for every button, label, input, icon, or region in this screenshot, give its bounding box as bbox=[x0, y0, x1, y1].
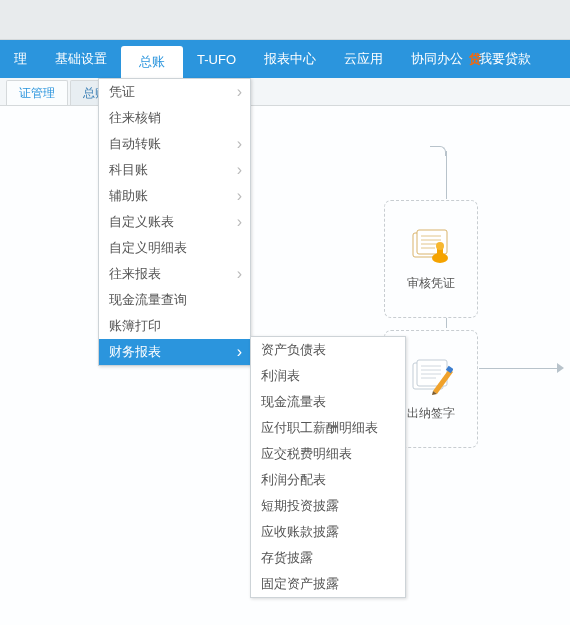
sm-fixed-asset-disclosure[interactable]: 固定资产披露 bbox=[251, 571, 405, 597]
stamp-icon bbox=[409, 227, 453, 267]
sm-short-investment[interactable]: 短期投资披露 bbox=[251, 493, 405, 519]
menu-item-general-ledger[interactable]: 总账 bbox=[121, 46, 183, 78]
arrow-icon bbox=[557, 363, 564, 373]
financial-reports-submenu: 资产负债表 利润表 现金流量表 应付职工薪酬明细表 应交税费明细表 利润分配表 … bbox=[250, 336, 406, 598]
menu-item-report-center[interactable]: 报表中心 bbox=[250, 40, 330, 78]
svg-point-8 bbox=[436, 242, 444, 250]
sm-tax-detail[interactable]: 应交税费明细表 bbox=[251, 441, 405, 467]
menu-item-cloud-app[interactable]: 云应用 bbox=[330, 40, 397, 78]
dd-item-book-print[interactable]: 账簿打印 bbox=[99, 313, 250, 339]
sm-profit-distribution[interactable]: 利润分配表 bbox=[251, 467, 405, 493]
sm-balance-sheet[interactable]: 资产负债表 bbox=[251, 337, 405, 363]
flow-connector bbox=[446, 151, 447, 199]
flow-connector bbox=[446, 318, 447, 328]
flow-node-audit-voucher[interactable]: 审核凭证 bbox=[384, 200, 478, 318]
sm-income-statement[interactable]: 利润表 bbox=[251, 363, 405, 389]
flow-connector bbox=[479, 368, 559, 369]
dd-item-aux-ledger[interactable]: 辅助账 bbox=[99, 183, 250, 209]
menu-item-manage[interactable]: 理 bbox=[0, 40, 41, 78]
menu-item-basic-settings[interactable]: 基础设置 bbox=[41, 40, 121, 78]
dd-item-cashflow-query[interactable]: 现金流量查询 bbox=[99, 287, 250, 313]
flow-node-label: 出纳签字 bbox=[407, 405, 455, 422]
dd-item-custom-ledger[interactable]: 自定义账表 bbox=[99, 209, 250, 235]
dd-item-financial-reports[interactable]: 财务报表 bbox=[99, 339, 250, 365]
dd-item-reconcile[interactable]: 往来核销 bbox=[99, 105, 250, 131]
flow-connector bbox=[430, 146, 446, 156]
sm-cashflow-statement[interactable]: 现金流量表 bbox=[251, 389, 405, 415]
top-strip bbox=[0, 0, 570, 40]
tab-voucher-manage[interactable]: 证管理 bbox=[6, 80, 68, 105]
dd-item-auto-transfer[interactable]: 自动转账 bbox=[99, 131, 250, 157]
main-menubar: 理 基础设置 总账 T-UFO 报表中心 云应用 协同办公 贷 我要贷款 bbox=[0, 40, 570, 78]
dd-item-voucher[interactable]: 凭证 bbox=[99, 79, 250, 105]
sm-ar-disclosure[interactable]: 应收账款披露 bbox=[251, 519, 405, 545]
dd-item-ar-reports[interactable]: 往来报表 bbox=[99, 261, 250, 287]
menu-item-tufo[interactable]: T-UFO bbox=[183, 40, 250, 78]
dd-item-custom-detail[interactable]: 自定义明细表 bbox=[99, 235, 250, 261]
sign-pencil-icon bbox=[409, 357, 453, 397]
ledger-dropdown: 凭证 往来核销 自动转账 科目账 辅助账 自定义账表 自定义明细表 往来报表 现… bbox=[98, 78, 251, 366]
sm-payroll-detail[interactable]: 应付职工薪酬明细表 bbox=[251, 415, 405, 441]
flow-node-label: 审核凭证 bbox=[407, 275, 455, 292]
menu-item-collab-office[interactable]: 协同办公 bbox=[397, 40, 477, 78]
sm-inventory-disclosure[interactable]: 存货披露 bbox=[251, 545, 405, 571]
tab-bar: 证管理 总账 bbox=[0, 78, 570, 106]
menu-item-loan[interactable]: 我要贷款 bbox=[477, 40, 545, 78]
dd-item-account-ledger[interactable]: 科目账 bbox=[99, 157, 250, 183]
